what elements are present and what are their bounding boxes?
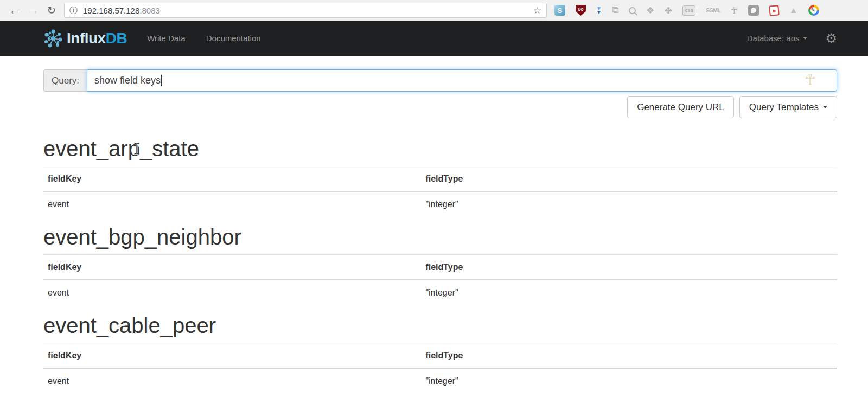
address-bar[interactable]: ⓘ 192.168.57.128:8083 ☆ [64, 3, 547, 18]
field-keys-table: fieldKey fieldType event "integer" [43, 254, 837, 305]
influxdb-logo[interactable]: InfluxDB [43, 29, 127, 48]
brand-db-text: DB [106, 30, 127, 47]
mouse-ibeam-cursor [133, 142, 140, 155]
extension-toolbar: S UO ▼▼ ⧉ ❖ ✤ CSS SGML ☥ ☻ ▲ ✎ [554, 5, 819, 16]
browser-reload-button[interactable]: ↻ [42, 4, 61, 17]
field-keys-table: fieldKey fieldType event "integer" [43, 166, 837, 216]
database-dropdown[interactable]: Database: aos [747, 34, 800, 43]
measurement-section: event_bgp_neighbor fieldKey fieldType ev… [43, 225, 837, 305]
pencil-icon: ✎ [811, 7, 815, 13]
browser-chrome: ← → ↻ ⓘ 192.168.57.128:8083 ☆ S UO ▼▼ ⧉ … [0, 0, 868, 21]
table-row: event "integer" [43, 368, 837, 393]
table-row: event "integer" [43, 191, 837, 216]
url-port: :8083 [139, 6, 160, 15]
influxdb-navbar: InfluxDB Write Data Documentation Databa… [0, 21, 868, 56]
query-bar: Query: show field keys ☥ [43, 69, 837, 92]
drive-extension-icon[interactable]: ▲ [789, 5, 798, 15]
brand-influx-text: Influx [67, 30, 106, 47]
ublock-extension-icon[interactable]: UO [576, 5, 586, 16]
page-info-icon[interactable]: ⓘ [69, 5, 78, 16]
google-colored-extension-icon[interactable]: ✎ [808, 5, 819, 16]
fieldkey-cell: event [43, 280, 421, 305]
bookmark-star-icon[interactable]: ☆ [533, 5, 541, 16]
skype-extension-icon[interactable]: S [554, 5, 565, 16]
browser-back-button[interactable]: ← [5, 4, 24, 17]
fieldkey-cell: event [43, 368, 421, 393]
column-header-fieldkey: fieldKey [43, 166, 421, 192]
query-actions: Generate Query URL Query Templates [43, 96, 837, 118]
chevron-down-icon [823, 106, 827, 108]
text-caret [161, 75, 162, 86]
measurement-section: event_cable_peer fieldKey fieldType even… [43, 313, 837, 393]
splash-extension-icon[interactable]: ✤ [665, 5, 672, 16]
download-arrow-extension-icon[interactable]: ▼▼ [596, 7, 602, 14]
nav-link-documentation[interactable]: Documentation [206, 34, 261, 43]
table-row: event "integer" [43, 280, 837, 305]
column-header-fieldtype: fieldType [421, 166, 837, 192]
fieldtype-cell: "integer" [421, 368, 837, 393]
influxdb-network-icon [43, 29, 63, 48]
column-header-fieldkey: fieldKey [43, 343, 421, 369]
generate-query-url-button[interactable]: Generate Query URL [627, 96, 734, 118]
dropbox-extension-icon[interactable]: ❖ [646, 5, 654, 16]
measurement-title: event_arp_state [43, 137, 837, 160]
query-input[interactable]: show field keys ☥ [87, 69, 837, 92]
blob-extension-icon[interactable] [748, 5, 759, 16]
field-keys-table: fieldKey fieldType event "integer" [43, 343, 837, 393]
gear-icon[interactable]: ⚙ [825, 32, 837, 45]
seo-magnifier-extension-icon[interactable] [629, 7, 636, 14]
column-header-fieldtype: fieldType [421, 343, 837, 369]
copy-docs-extension-icon[interactable]: ⧉ [612, 5, 618, 16]
query-label: Query: [43, 69, 87, 92]
sgml-extension-icon[interactable]: SGML [706, 8, 720, 14]
column-header-fieldkey: fieldKey [43, 255, 421, 280]
query-templates-button[interactable]: Query Templates [739, 96, 837, 118]
browser-forward-button[interactable]: → [24, 4, 42, 17]
query-results: event_arp_state fieldKey fieldType event… [43, 137, 837, 393]
nav-link-write-data[interactable]: Write Data [147, 34, 186, 43]
fieldtype-cell: "integer" [421, 280, 837, 305]
css-badge-extension-icon[interactable]: CSS [682, 5, 695, 16]
red-sticker-extension-icon[interactable]: ☻ [769, 5, 780, 16]
fieldtype-cell: "integer" [421, 191, 837, 216]
main-content: Query: show field keys ☥ Generate Query … [43, 69, 837, 393]
fieldkey-cell: event [43, 191, 421, 216]
ankh-overlay-icon: ☥ [805, 70, 816, 88]
query-input-value: show field keys [94, 75, 161, 86]
measurement-title: event_cable_peer [43, 313, 837, 337]
ankh-extension-icon[interactable]: ☥ [731, 5, 738, 16]
url-text: 192.168.57.128:8083 [83, 6, 160, 15]
measurement-section: event_arp_state fieldKey fieldType event… [43, 137, 837, 216]
measurement-title: event_bgp_neighbor [43, 225, 837, 249]
chevron-down-icon [803, 37, 807, 40]
column-header-fieldtype: fieldType [421, 255, 837, 280]
